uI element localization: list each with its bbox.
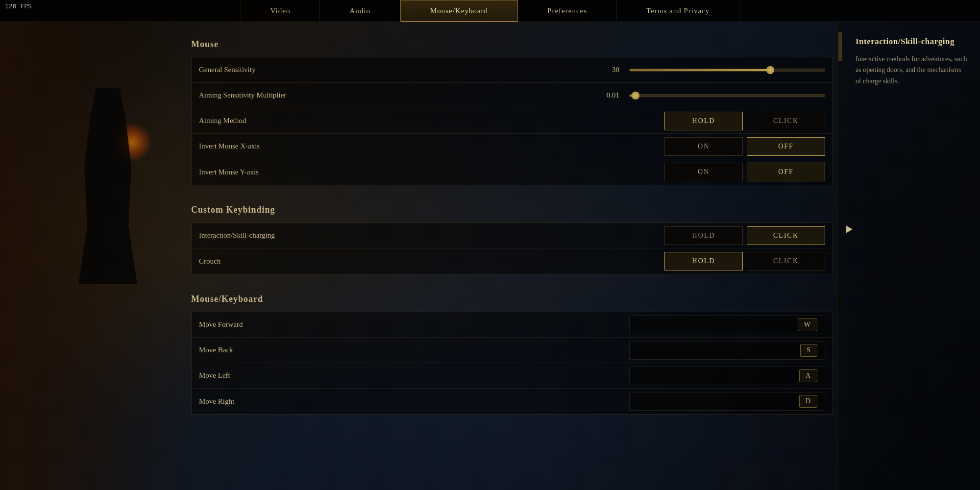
crouch-label: Crouch [199, 257, 661, 266]
crouch-row: Crouch HOLD CLICK [192, 248, 833, 274]
general-sensitivity-value: 30 [590, 66, 619, 74]
aiming-sensitivity-label: Aiming Sensitivity Multiplier [199, 91, 590, 99]
main-content: Mouse General Sensitivity 30 Aiming Se [176, 22, 980, 490]
move-right-binding[interactable]: D [629, 392, 825, 411]
move-left-row: Move Left A [192, 363, 833, 389]
aiming-method-label: Aiming Method [199, 117, 661, 125]
slider-thumb[interactable] [766, 66, 774, 74]
move-back-binding[interactable]: S [629, 341, 825, 360]
scrollbar-track[interactable] [837, 22, 843, 490]
cursor-pointer-icon [846, 225, 853, 233]
keyboard-bindings-group: Move Forward W Move Back S Move Left [191, 312, 833, 415]
crouch-toggle: HOLD CLICK [661, 252, 825, 270]
invert-y-off-button[interactable]: OFF [747, 163, 825, 181]
move-back-row: Move Back S [192, 338, 833, 363]
aiming-sensitivity-row: Aiming Sensitivity Multiplier 0.01 [192, 83, 833, 108]
aiming-sensitivity-value: 0.01 [590, 91, 619, 99]
keybinding-section: Custom Keybinding Interaction/Skill-char… [191, 205, 833, 274]
aiming-method-click-button[interactable]: CLICK [747, 112, 825, 130]
interaction-skill-row: Interaction/Skill-charging HOLD CLICK [192, 223, 833, 248]
keybinding-settings-group: Interaction/Skill-charging HOLD CLICK Cr… [191, 222, 833, 274]
slider-track [629, 94, 825, 97]
mouse-section-header: Mouse [191, 39, 833, 49]
aiming-method-row: Aiming Method HOLD CLICK [192, 108, 833, 134]
interaction-skill-click-button[interactable]: CLICK [747, 226, 825, 245]
crouch-click-button[interactable]: CLICK [747, 252, 825, 270]
slider-track [629, 69, 825, 72]
nav-item-terms-privacy[interactable]: Terms and Privacy [617, 0, 739, 22]
nav-item-mouse-keyboard[interactable]: Mouse/Keyboard [400, 0, 518, 22]
keybinding-section-header: Custom Keybinding [191, 205, 833, 215]
invert-y-on-button[interactable]: ON [664, 163, 743, 181]
interaction-skill-hold-button[interactable]: HOLD [664, 226, 743, 245]
move-forward-label: Move Forward [199, 320, 629, 329]
move-right-label: Move Right [199, 397, 629, 406]
invert-y-row: Invert Mouse Y-axis ON OFF [192, 159, 833, 185]
info-panel: Interaction/Skill-charging Interactive m… [843, 22, 980, 490]
general-sensitivity-row: General Sensitivity 30 [192, 57, 833, 83]
nav-item-audio[interactable]: Audio [320, 0, 400, 22]
move-right-row: Move Right D [192, 389, 833, 414]
slider-thumb[interactable] [632, 92, 639, 99]
move-left-key: A [799, 369, 817, 382]
move-forward-row: Move Forward W [192, 312, 833, 338]
scrollbar-thumb[interactable] [838, 32, 842, 61]
mouse-section: Mouse General Sensitivity 30 Aiming Se [191, 39, 833, 185]
aiming-method-toggle: HOLD CLICK [661, 112, 825, 130]
info-panel-title: Interaction/Skill-charging [856, 37, 968, 47]
invert-x-label: Invert Mouse X-axis [199, 142, 661, 150]
move-left-binding[interactable]: A [629, 367, 825, 385]
interaction-skill-label: Interaction/Skill-charging [199, 231, 661, 240]
mouse-settings-group: General Sensitivity 30 Aiming Sensitivit… [191, 57, 833, 185]
move-back-key: S [800, 344, 817, 357]
invert-y-label: Invert Mouse Y-axis [199, 168, 661, 176]
general-sensitivity-slider[interactable] [629, 69, 825, 72]
move-back-label: Move Back [199, 346, 629, 354]
move-forward-binding[interactable]: W [629, 316, 825, 334]
invert-y-toggle: ON OFF [661, 163, 825, 181]
move-left-label: Move Left [199, 371, 629, 380]
mouse-keyboard-section-header: Mouse/Keyboard [191, 294, 833, 304]
fps-counter: 120 FPS [5, 2, 32, 10]
aiming-method-hold-button[interactable]: HOLD [664, 112, 743, 130]
top-navigation: Video Audio Mouse/Keyboard Preferences T… [0, 0, 980, 22]
crouch-hold-button[interactable]: HOLD [664, 252, 743, 270]
invert-x-off-button[interactable]: OFF [747, 137, 825, 156]
aiming-sensitivity-slider[interactable] [629, 94, 825, 97]
nav-item-video[interactable]: Video [241, 0, 320, 22]
move-right-key: D [799, 395, 817, 408]
info-panel-description: Interactive methods for adventures, such… [856, 54, 968, 87]
move-forward-key: W [798, 318, 817, 331]
interaction-skill-toggle: HOLD CLICK [661, 226, 825, 245]
nav-item-preferences[interactable]: Preferences [518, 0, 617, 22]
settings-panel[interactable]: Mouse General Sensitivity 30 Aiming Se [176, 22, 843, 490]
mouse-keyboard-section: Mouse/Keyboard Move Forward W Move Back … [191, 294, 833, 415]
general-sensitivity-label: General Sensitivity [199, 66, 590, 74]
invert-x-on-button[interactable]: ON [664, 137, 743, 156]
invert-x-toggle: ON OFF [661, 137, 825, 156]
slider-fill [630, 69, 770, 71]
invert-x-row: Invert Mouse X-axis ON OFF [192, 134, 833, 159]
